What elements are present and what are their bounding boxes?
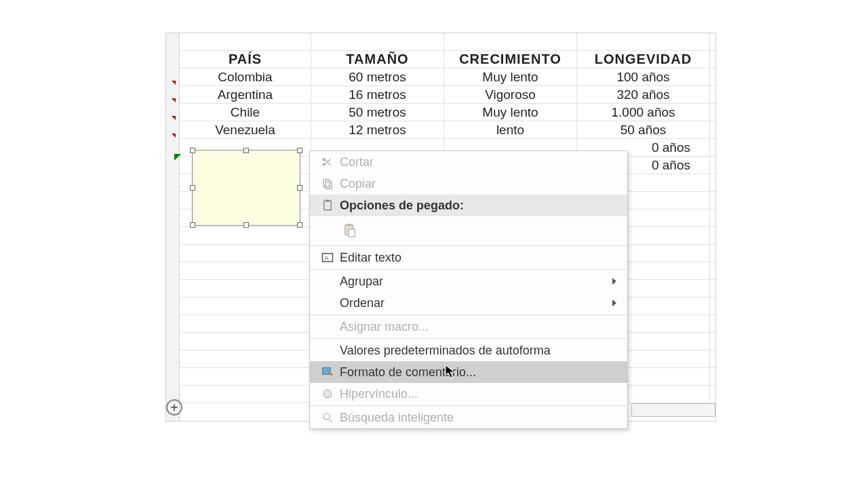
menu-item-smart-lookup[interactable]: Búsqueda inteligente bbox=[310, 407, 627, 428]
plus-icon: + bbox=[171, 401, 178, 415]
menu-item-format-comment[interactable]: Formato de comentario... bbox=[310, 361, 627, 383]
cell[interactable]: 100 años bbox=[577, 68, 710, 85]
cell[interactable]: Chile bbox=[180, 104, 311, 121]
svg-rect-2 bbox=[324, 201, 332, 210]
edit-text-icon: A bbox=[315, 249, 340, 266]
menu-item-autoshape-defaults[interactable]: Valores predeterminados de autoforma bbox=[310, 340, 627, 361]
blank-icon bbox=[315, 342, 340, 359]
horizontal-scrollbar[interactable] bbox=[631, 403, 715, 417]
clipboard-icon bbox=[315, 197, 340, 214]
col-header-longevidad: LONGEVIDAD bbox=[577, 51, 710, 68]
menu-section-paste-options: Opciones de pegado: bbox=[310, 195, 627, 216]
comment-indicator-icon bbox=[172, 81, 176, 85]
menu-separator bbox=[310, 269, 627, 270]
link-icon bbox=[315, 386, 340, 402]
menu-item-assign-macro[interactable]: Asignar macro... bbox=[310, 316, 627, 338]
blank-icon bbox=[315, 273, 340, 289]
table-row[interactable]: Chile 50 metros Muy lento 1.000 años bbox=[180, 104, 715, 121]
cell[interactable]: 60 metros bbox=[311, 68, 444, 85]
chevron-right-icon bbox=[612, 278, 616, 285]
col-header-tamano: TAMAÑO bbox=[311, 51, 444, 68]
resize-handle[interactable] bbox=[190, 148, 195, 153]
comment-box[interactable] bbox=[192, 150, 300, 226]
menu-item-group[interactable]: Agrupar bbox=[310, 270, 627, 292]
menu-item-sort[interactable]: Ordenar bbox=[310, 292, 627, 314]
paste-icon bbox=[342, 222, 357, 239]
menu-item-cut[interactable]: Cortar bbox=[310, 151, 627, 173]
menu-label: Agrupar bbox=[340, 274, 612, 289]
context-menu: Cortar Copiar Opciones de pegado: A Edit… bbox=[309, 150, 628, 429]
resize-handle[interactable] bbox=[190, 185, 195, 190]
add-sheet-button[interactable]: + bbox=[166, 399, 182, 415]
svg-rect-6 bbox=[349, 229, 355, 237]
comment-connector-icon bbox=[174, 154, 181, 161]
cell[interactable]: Argentina bbox=[180, 86, 311, 103]
menu-item-copy[interactable]: Copiar bbox=[310, 173, 627, 195]
menu-separator bbox=[310, 338, 627, 339]
cell[interactable]: 50 años bbox=[577, 121, 710, 138]
blank-icon bbox=[315, 319, 340, 335]
svg-line-12 bbox=[329, 419, 332, 422]
svg-text:A: A bbox=[325, 255, 329, 262]
resize-handle[interactable] bbox=[297, 185, 302, 190]
cell[interactable]: 16 metros bbox=[311, 86, 444, 103]
menu-label: Hipervínculo... bbox=[340, 387, 619, 401]
menu-label: Búsqueda inteligente bbox=[340, 411, 619, 425]
menu-label: Opciones de pegado: bbox=[340, 199, 619, 213]
svg-point-11 bbox=[323, 413, 330, 420]
copy-icon bbox=[315, 176, 340, 192]
resize-handle[interactable] bbox=[243, 222, 249, 228]
menu-separator bbox=[310, 405, 627, 406]
blank-icon bbox=[315, 295, 340, 311]
paste-button[interactable] bbox=[340, 220, 360, 241]
cell[interactable]: 12 metros bbox=[311, 121, 444, 138]
menu-separator bbox=[310, 314, 627, 315]
resize-handle[interactable] bbox=[243, 148, 249, 153]
cell[interactable]: Colombia bbox=[180, 68, 311, 85]
table-header-row: PAÍS TAMAÑO CRECIMIENTO LONGEVIDAD bbox=[180, 51, 715, 68]
menu-label: Copiar bbox=[340, 177, 619, 191]
cell[interactable]: Venezuela bbox=[180, 121, 311, 138]
cell[interactable]: 320 años bbox=[577, 86, 710, 103]
cell[interactable]: 50 metros bbox=[311, 104, 444, 121]
cell[interactable]: 1.000 años bbox=[577, 104, 710, 121]
resize-handle[interactable] bbox=[297, 222, 302, 228]
cell[interactable]: Muy lento bbox=[444, 104, 577, 121]
resize-handle[interactable] bbox=[297, 148, 302, 153]
menu-label: Ordenar bbox=[340, 296, 612, 310]
cell[interactable]: lento bbox=[444, 121, 577, 138]
menu-label: Asignar macro... bbox=[340, 320, 619, 334]
table-row[interactable]: Argentina 16 metros Vigoroso 320 años bbox=[180, 86, 715, 104]
col-header-crecimiento: CRECIMIENTO bbox=[444, 51, 577, 68]
col-header-pais: PAÍS bbox=[180, 51, 311, 68]
svg-rect-9 bbox=[323, 367, 330, 374]
menu-label: Formato de comentario... bbox=[340, 365, 619, 380]
table-row[interactable]: Colombia 60 metros Muy lento 100 años bbox=[180, 68, 715, 86]
cell[interactable]: Vigoroso bbox=[444, 86, 577, 103]
table-row[interactable]: Venezuela 12 metros lento 50 años bbox=[180, 121, 715, 139]
cell[interactable]: Muy lento bbox=[444, 68, 577, 85]
svg-rect-1 bbox=[326, 182, 332, 189]
menu-separator bbox=[310, 245, 627, 246]
chevron-right-icon bbox=[612, 300, 616, 306]
row-header-column bbox=[166, 33, 180, 421]
menu-label: Editar texto bbox=[340, 251, 619, 265]
menu-item-edit-text[interactable]: A Editar texto bbox=[310, 247, 627, 268]
menu-label: Valores predeterminados de autoforma bbox=[340, 344, 619, 358]
comment-indicator-icon bbox=[172, 98, 176, 102]
menu-item-hyperlink[interactable]: Hipervínculo... bbox=[310, 383, 627, 405]
svg-rect-0 bbox=[323, 180, 330, 187]
comment-indicator-icon bbox=[172, 116, 176, 120]
svg-rect-5 bbox=[347, 224, 351, 226]
search-icon bbox=[315, 409, 340, 426]
comment-indicator-icon bbox=[172, 134, 176, 138]
format-shape-icon bbox=[315, 364, 340, 380]
scissors-icon bbox=[315, 154, 340, 170]
svg-rect-3 bbox=[326, 200, 330, 202]
menu-label: Cortar bbox=[340, 155, 619, 169]
paste-options-row bbox=[310, 216, 627, 245]
resize-handle[interactable] bbox=[190, 222, 195, 228]
